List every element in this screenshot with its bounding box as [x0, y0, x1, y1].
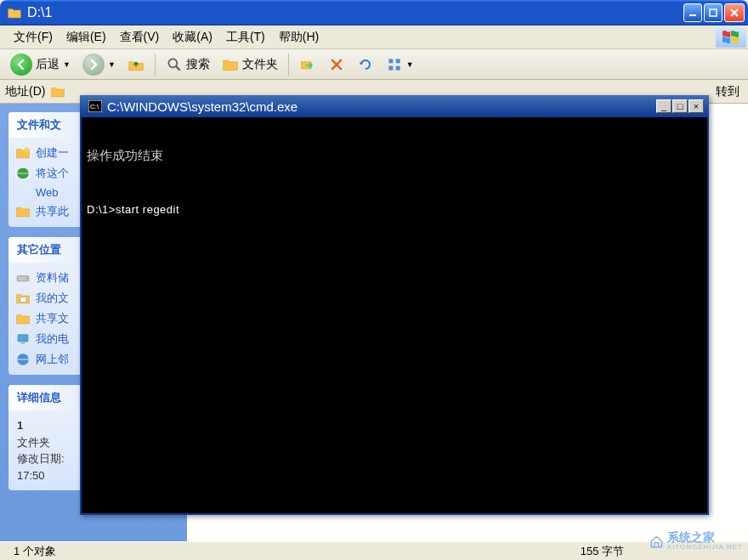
- toolbar-sep: [155, 54, 156, 76]
- svg-rect-6: [396, 65, 400, 70]
- delete-button[interactable]: [323, 54, 350, 75]
- svg-rect-4: [396, 59, 400, 63]
- svg-point-10: [26, 278, 28, 280]
- computer-icon: [15, 331, 31, 347]
- new-folder-icon: [15, 145, 31, 161]
- folders-button[interactable]: 文件夹: [217, 54, 283, 75]
- documents-icon: [15, 291, 31, 306]
- svg-point-7: [25, 147, 30, 152]
- toolbar-sep2: [288, 54, 289, 76]
- task-web-label: Web: [36, 186, 59, 199]
- cmd-output-line: 操作成功结束: [87, 148, 702, 164]
- svg-rect-12: [18, 335, 28, 342]
- maximize-icon: [709, 8, 717, 17]
- cmd-title: C:\WINDOWS\system32\cmd.exe: [107, 99, 298, 114]
- maximize-icon: □: [677, 102, 683, 111]
- shared-icon: [15, 311, 31, 326]
- place-label: 网上邻: [36, 352, 69, 367]
- address-label: 地址(D): [5, 84, 45, 99]
- cmd-titlebar[interactable]: C:\ C:\WINDOWS\system32\cmd.exe _ □ ×: [80, 95, 709, 117]
- search-icon: [166, 56, 183, 73]
- folder-icon: [7, 5, 22, 20]
- place-label: 我的电: [36, 331, 69, 347]
- detail-name: 1: [17, 419, 23, 432]
- undo-button[interactable]: [352, 54, 379, 75]
- menu-view[interactable]: 查看(V): [113, 27, 167, 48]
- cmd-close-button[interactable]: ×: [688, 99, 704, 113]
- statusbar: 1 个对象 155 字节: [0, 541, 748, 560]
- task-label: 创建一: [36, 145, 69, 161]
- back-icon: [10, 54, 32, 76]
- task-label: 共享此: [36, 204, 69, 219]
- menu-tools[interactable]: 工具(T): [219, 27, 272, 48]
- cmd-maximize-button[interactable]: □: [672, 99, 688, 113]
- menu-favorites[interactable]: 收藏(A): [166, 27, 219, 48]
- svg-rect-1: [710, 9, 717, 16]
- place-label: 资料储: [36, 270, 69, 286]
- cmd-minimize-button[interactable]: _: [656, 99, 672, 113]
- search-label: 搜索: [186, 57, 210, 72]
- svg-text:C:\: C:\: [90, 103, 99, 110]
- menu-edit[interactable]: 编辑(E): [60, 27, 113, 48]
- svg-rect-13: [21, 342, 26, 344]
- go-label: 转到: [716, 84, 740, 99]
- back-button[interactable]: 后退 ▼: [5, 52, 76, 77]
- cmd-window: C:\ C:\WINDOWS\system32\cmd.exe _ □ × 操作…: [80, 95, 709, 515]
- cmd-body[interactable]: 操作成功结束 D:\1>start regedit: [80, 117, 709, 515]
- minimize-button[interactable]: [683, 3, 702, 22]
- svg-rect-5: [388, 65, 393, 70]
- svg-point-2: [168, 59, 177, 67]
- svg-rect-0: [689, 14, 696, 16]
- task-label: 将这个: [36, 166, 69, 181]
- cmd-prompt-line: D:\1>start regedit: [87, 203, 702, 216]
- watermark-sub: XITONGZHIJIA.NET: [667, 544, 743, 551]
- up-folder-icon: [128, 56, 144, 73]
- forward-dropdown-icon: ▼: [108, 60, 116, 69]
- views-dropdown-icon: ▼: [406, 60, 414, 69]
- back-dropdown-icon: ▼: [63, 60, 71, 69]
- cmd-icon: C:\: [88, 100, 102, 112]
- close-icon: [729, 8, 740, 18]
- delete-icon: [328, 56, 345, 73]
- close-button[interactable]: [724, 3, 745, 22]
- moveto-button[interactable]: [294, 54, 321, 75]
- svg-rect-3: [388, 59, 393, 63]
- house-icon: [649, 529, 664, 554]
- folders-label: 文件夹: [242, 57, 278, 72]
- views-button[interactable]: ▼: [381, 54, 419, 75]
- explorer-title: D:\1: [27, 5, 52, 20]
- place-label: 共享文: [36, 311, 69, 326]
- watermark: 系统之家 XITONGZHIJIA.NET: [649, 526, 743, 557]
- address-folder-icon: [50, 84, 65, 99]
- menu-help[interactable]: 帮助(H): [272, 27, 326, 48]
- globe-icon: [15, 166, 31, 181]
- views-icon: [386, 56, 403, 73]
- search-button[interactable]: 搜索: [161, 54, 215, 75]
- minimize-icon: _: [661, 102, 666, 111]
- status-right: 155 字节: [572, 544, 632, 559]
- forward-icon: [82, 54, 105, 76]
- network-icon: [15, 352, 31, 367]
- undo-icon: [357, 56, 374, 73]
- explorer-titlebar: D:\1: [0, 0, 748, 25]
- moveto-icon: [299, 56, 316, 73]
- svg-rect-11: [20, 297, 26, 303]
- menubar: 文件(F) 编辑(E) 查看(V) 收藏(A) 工具(T) 帮助(H): [0, 25, 748, 49]
- drive-icon: [15, 270, 31, 286]
- minimize-icon: [688, 8, 697, 17]
- status-left: 1 个对象: [5, 544, 65, 559]
- menu-file[interactable]: 文件(F): [7, 27, 60, 48]
- up-button[interactable]: [122, 54, 150, 75]
- windows-logo: [716, 27, 746, 48]
- maximize-button[interactable]: [704, 3, 722, 22]
- forward-button[interactable]: ▼: [77, 52, 121, 77]
- go-button[interactable]: 转到: [712, 82, 743, 101]
- watermark-title: 系统之家: [667, 531, 743, 544]
- toolbar: 后退 ▼ ▼ 搜索 文件夹 ▼: [0, 49, 748, 80]
- close-icon: ×: [694, 102, 699, 111]
- folders-icon: [222, 56, 239, 73]
- share-folder-icon: [15, 204, 31, 219]
- place-label: 我的文: [36, 291, 69, 306]
- back-label: 后退: [36, 57, 60, 72]
